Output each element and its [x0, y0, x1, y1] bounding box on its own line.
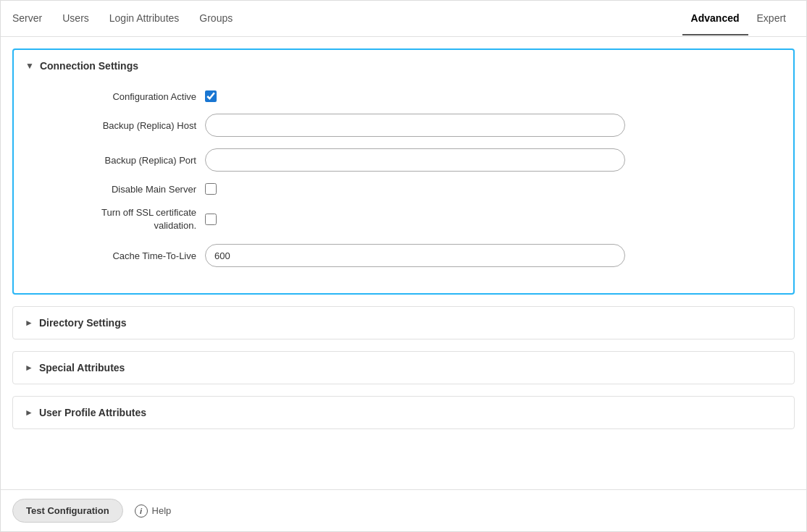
- checkbox-ssl-validation[interactable]: [205, 214, 217, 225]
- accordion-header-user-profile-attributes[interactable]: ► User Profile Attributes: [13, 397, 794, 428]
- section-title-user-profile-attributes: User Profile Attributes: [39, 407, 146, 418]
- label-disable-main-server: Disable Main Server: [31, 184, 205, 195]
- section-directory-settings: ► Directory Settings: [12, 306, 795, 339]
- section-title-special-attributes: Special Attributes: [39, 362, 125, 373]
- label-backup-host: Backup (Replica) Host: [31, 120, 205, 131]
- section-title-connection-settings: Connection Settings: [40, 60, 138, 72]
- expand-arrow-special-attributes: ►: [25, 363, 33, 373]
- info-icon: i: [135, 504, 148, 518]
- collapse-arrow-connection-settings: ▼: [25, 61, 34, 71]
- tab-advanced[interactable]: Advanced: [682, 2, 748, 35]
- nav-tabs-right: Advanced Expert: [682, 2, 795, 35]
- section-title-directory-settings: Directory Settings: [39, 317, 127, 329]
- field-row-backup-port: Backup (Replica) Port: [31, 148, 776, 172]
- accordion-header-directory-settings[interactable]: ► Directory Settings: [13, 307, 794, 339]
- field-row-backup-host: Backup (Replica) Host: [31, 114, 776, 137]
- accordion-header-special-attributes[interactable]: ► Special Attributes: [13, 352, 794, 384]
- field-row-configuration-active: Configuration Active: [31, 90, 776, 102]
- input-backup-host[interactable]: [205, 114, 625, 137]
- label-cache-ttl: Cache Time-To-Live: [31, 250, 205, 261]
- top-navigation: Server Users Login Attributes Groups Adv…: [1, 1, 806, 37]
- accordion-header-connection-settings[interactable]: ▼ Connection Settings: [14, 50, 793, 82]
- help-link[interactable]: i Help: [135, 504, 172, 518]
- tab-groups[interactable]: Groups: [199, 2, 233, 35]
- bottom-bar: Test Configuration i Help: [1, 489, 806, 531]
- app-window: Server Users Login Attributes Groups Adv…: [0, 0, 807, 532]
- input-cache-ttl[interactable]: [205, 244, 625, 267]
- label-ssl-validation: Turn off SSL certificatevalidation.: [31, 206, 205, 232]
- accordion-content-connection-settings: Configuration Active Backup (Replica) Ho…: [14, 82, 793, 293]
- field-row-disable-main-server: Disable Main Server: [31, 183, 776, 195]
- label-configuration-active: Configuration Active: [31, 91, 205, 102]
- expand-arrow-directory-settings: ►: [25, 318, 33, 328]
- main-content: ▼ Connection Settings Configuration Acti…: [1, 37, 806, 489]
- test-configuration-button[interactable]: Test Configuration: [12, 499, 123, 523]
- field-row-ssl-validation: Turn off SSL certificatevalidation.: [31, 206, 776, 232]
- field-row-cache-ttl: Cache Time-To-Live: [31, 244, 776, 267]
- tab-login-attributes[interactable]: Login Attributes: [109, 2, 180, 35]
- checkbox-disable-main-server[interactable]: [205, 183, 217, 195]
- checkbox-configuration-active[interactable]: [205, 90, 217, 102]
- tab-expert[interactable]: Expert: [748, 2, 795, 35]
- nav-tabs-left: Server Users Login Attributes Groups: [12, 2, 682, 35]
- input-backup-port[interactable]: [205, 148, 625, 172]
- section-special-attributes: ► Special Attributes: [12, 351, 795, 384]
- tab-server[interactable]: Server: [12, 2, 42, 35]
- label-backup-port: Backup (Replica) Port: [31, 155, 205, 166]
- expand-arrow-user-profile-attributes: ►: [25, 408, 33, 418]
- help-label: Help: [152, 505, 172, 516]
- section-user-profile-attributes: ► User Profile Attributes: [12, 396, 795, 429]
- tab-users[interactable]: Users: [62, 2, 89, 35]
- section-connection-settings: ▼ Connection Settings Configuration Acti…: [12, 48, 795, 295]
